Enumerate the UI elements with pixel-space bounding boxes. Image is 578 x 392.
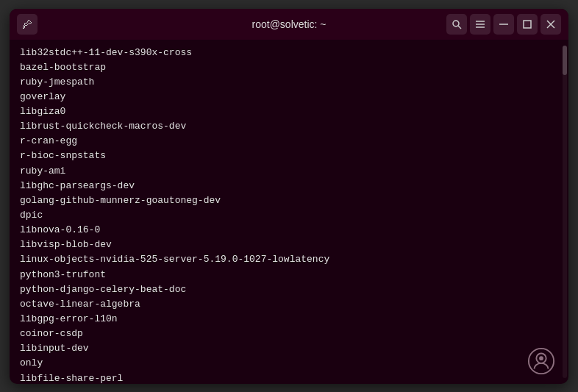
menu-button[interactable] (470, 14, 490, 35)
terminal-window: root@solvetic: ~ (10, 9, 568, 384)
title-bar: root@solvetic: ~ (10, 9, 568, 40)
terminal-body[interactable]: lib32stdc++-11-dev-s390x-cross bazel-boo… (10, 40, 568, 384)
search-button[interactable] (446, 14, 467, 35)
minimize-button[interactable] (493, 14, 514, 35)
svg-point-0 (453, 21, 459, 26)
scrollbar-thumb (563, 46, 567, 75)
title-bar-right (446, 14, 561, 35)
terminal-output: lib32stdc++-11-dev-s390x-cross bazel-boo… (20, 46, 558, 384)
window-title: root@solvetic: ~ (252, 18, 327, 30)
svg-line-1 (458, 26, 461, 29)
svg-point-9 (529, 348, 554, 373)
svg-point-11 (539, 356, 543, 360)
scrollbar[interactable] (563, 46, 567, 378)
close-button[interactable] (540, 14, 561, 35)
title-bar-left (17, 14, 38, 35)
maximize-button[interactable] (517, 14, 538, 35)
pin-button[interactable] (17, 14, 38, 35)
solvetic-icon (527, 347, 555, 375)
svg-rect-6 (524, 21, 531, 28)
